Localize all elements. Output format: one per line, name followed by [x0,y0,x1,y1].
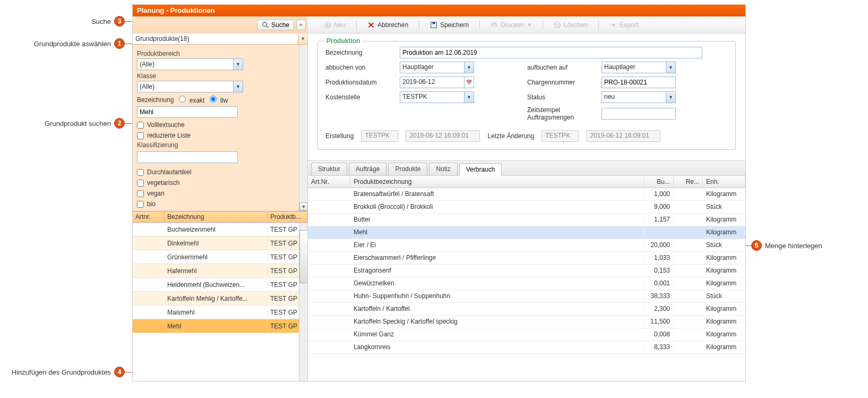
col-produktb[interactable]: Produktb... [268,211,307,222]
chevron-down-icon[interactable]: ▼ [666,62,675,73]
scroll-down-icon[interactable]: ▼ [299,202,308,211]
svg-rect-8 [432,22,435,24]
table-row[interactable]: MaismehlTEST GP [133,306,307,319]
col-name[interactable]: Produktbezeichnung [350,176,644,188]
table-row[interactable]: Huhn- Suppenhuhn / Suppenhuhn38,333Stück [308,290,745,303]
svg-rect-9 [492,24,497,26]
zeitstempel-label: Zeitstempel Auftragsmengen [527,106,591,122]
export-icon [609,21,617,29]
exakt-radio[interactable]: exakt [179,96,204,104]
klassifizierung-input[interactable] [137,151,238,163]
table-row[interactable]: DinkelmehlTEST GP [133,236,307,250]
bezeichnung-label: Bezeichnung [137,96,174,104]
col-enh[interactable]: Enh. [703,176,745,188]
produktbereich-label: Produktbereich [137,50,303,57]
klasse-combo[interactable]: (Alle)▼ [137,81,243,92]
table-row[interactable]: Bratensaftwürfel / Bratensaft1,000Kilogr… [308,188,745,201]
datum-input[interactable]: 2019-06-12📅 [400,77,474,88]
print-button[interactable]: Drucken ▼ [491,21,532,29]
chevron-down-icon[interactable]: ▼ [666,92,675,103]
table-row[interactable]: Kümmel Ganz0,008Kilogramm [308,328,745,341]
tab-produkte[interactable]: Produkte [388,163,427,175]
save-button[interactable]: Speichern [430,21,469,29]
tab-notiz[interactable]: Notiz [429,163,457,175]
search-button[interactable]: Suche [257,20,294,30]
new-button[interactable]: Neu [324,21,346,29]
chevron-down-icon: ▼ [527,22,532,28]
volltext-checkbox[interactable] [137,122,144,129]
tab-verbrauch[interactable]: Verbrauch [459,163,502,176]
aenderung-label: Letzte Änderung [487,132,534,140]
erstellung-time: 2019-06-12 16:09:01 [406,130,480,142]
produktbereich-combo[interactable]: (Alle)▼ [137,58,243,70]
delete-button[interactable]: Löschen [554,21,588,29]
table-row[interactable]: HafermehlTEST GP [133,264,307,278]
tab-aufträge[interactable]: Aufträge [349,163,386,175]
table-row[interactable]: Heidenmehl (Buchweizen...TEST GP [133,278,307,292]
aufbuchen-combo[interactable]: Hauptlager▼ [601,62,676,73]
col-bu[interactable]: Bu... [644,176,674,188]
col-artnr[interactable]: Artnr. [133,211,165,222]
table-row[interactable]: Brokkoli (Broccoli) / Brokkoli9,000Stück [308,201,745,214]
bezeichnung-input[interactable] [400,47,702,58]
table-row[interactable]: Butter1,157Kilogramm [308,214,745,226]
chevron-down-icon[interactable]: ▼ [464,62,474,73]
col-bezeichnung[interactable]: Bezeichnung [165,211,268,222]
table-row[interactable]: Eier / Ei20,000Stück [308,239,745,252]
kosten-combo[interactable]: TESTPK▼ [400,91,474,103]
calendar-icon[interactable]: 📅 [464,77,474,88]
table-row[interactable]: Kartoffeln Mehlig / Kartoffe...TEST GP [133,292,307,306]
aenderung-time: 2019-06-12 16:09:01 [586,130,660,142]
reduzierte-checkbox[interactable] [137,132,144,139]
status-label: Status [527,94,591,101]
tlw-radio[interactable]: tlw [210,96,228,104]
chevron-down-icon[interactable]: ▼ [464,92,474,103]
vegan-checkbox[interactable] [137,190,144,197]
status-combo[interactable]: neu▼ [601,91,676,103]
cancel-icon [367,21,375,29]
cancel-button[interactable]: Abbrechen [367,21,408,29]
abbuchen-combo[interactable]: Hauptlager▼ [400,62,474,73]
aenderung-user: TESTPK [542,130,579,142]
callout-text: Hinzufügen des Grundproduktes [12,368,111,376]
table-row[interactable]: Kartoffeln / Kartoffel2,300Kilogramm [308,303,745,316]
chargen-input[interactable] [601,77,676,88]
durchlauf-checkbox[interactable] [137,169,144,176]
callout-badge-1: 1 [114,38,125,49]
bio-checkbox[interactable] [137,201,144,208]
tab-struktur[interactable]: Struktur [311,163,347,175]
table-row[interactable]: MehlKilogramm [308,226,745,239]
grundprodukte-dropdown[interactable]: Grundprodukte(18) [133,33,298,44]
bezeichnung-label: Bezeichnung [325,49,389,56]
col-artnr[interactable]: Art.Nr. [308,176,350,188]
zeitstempel-input[interactable] [601,108,676,120]
datum-label: Produktionsdatum [325,79,389,86]
vegetarisch-checkbox[interactable] [137,180,144,187]
export-button[interactable]: Export [609,21,638,29]
chevron-down-icon[interactable]: ▼ [298,33,307,44]
bezeichnung-search-input[interactable] [137,106,238,118]
callout-badge-3: 3 [114,16,125,27]
table-row[interactable]: BuchweizenmehlTEST GP [133,223,307,236]
klasse-label: Klasse [137,72,303,80]
klassifizierung-label: Klassifizierung [137,141,303,149]
erstellung-label: Erstellung [325,132,354,140]
chevron-down-icon[interactable]: ▼ [233,81,243,92]
collapse-button[interactable]: « [296,20,306,30]
svg-rect-10 [493,22,495,24]
table-row[interactable]: Estragonsenf0,153Kilogramm [308,265,745,277]
table-row[interactable]: Eierschwammerl / Pfifferlinge1,033Kilogr… [308,252,745,265]
table-row[interactable]: MehlTEST GP [133,319,307,333]
print-icon [491,21,498,29]
window-title: Planung - Produktionen [133,5,745,16]
minus-icon [554,21,561,29]
callout-text: Menge hinterlegen [765,242,822,250]
table-row[interactable]: Langkornreis8,333Kilogramm [308,341,745,354]
table-row[interactable]: GrünkernmehlTEST GP [133,250,307,264]
table-row[interactable]: Kartoffeln Speckig / Kartoffel speckig11… [308,316,745,328]
scrollbar-thumb[interactable] [299,230,307,283]
table-row[interactable]: Gewürznelken0,001Kilogramm [308,277,745,290]
col-re[interactable]: Re... [674,176,703,188]
abbuchen-label: abbuchen von [325,64,389,71]
chevron-down-icon[interactable]: ▼ [233,59,243,70]
